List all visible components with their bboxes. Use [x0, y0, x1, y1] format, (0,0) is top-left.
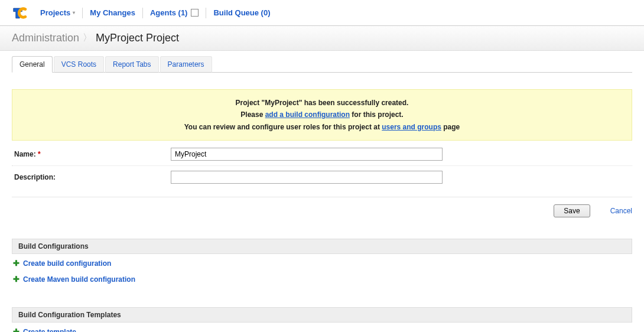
main-content: General VCS Roots Report Tabs Parameters…	[0, 51, 644, 332]
required-marker: *	[38, 150, 41, 158]
notice-line3: You can review and configure user roles …	[19, 121, 625, 133]
name-label: Name: *	[14, 150, 171, 158]
nav-agents[interactable]: Agents (1)	[150, 6, 199, 19]
nav-separator	[142, 8, 143, 18]
create-build-config-link[interactable]: Create build configuration	[23, 259, 111, 268]
save-button[interactable]: Save	[554, 204, 590, 217]
tab-parameters[interactable]: Parameters	[160, 56, 212, 73]
notice-line1: Project "MyProject" has been successfull…	[19, 97, 625, 109]
create-build-config-row: ✚ Create build configuration	[12, 256, 632, 270]
plus-icon: ✚	[13, 259, 19, 268]
agents-checkbox-icon[interactable]	[191, 9, 199, 17]
create-maven-build-config-link[interactable]: Create Maven build configuration	[23, 275, 135, 284]
notice-line2: Please add a build configuration for thi…	[19, 109, 625, 121]
description-input[interactable]	[171, 171, 443, 184]
nav-separator	[82, 8, 83, 18]
nav-projects[interactable]: Projects ▾	[40, 6, 75, 19]
success-notice: Project "MyProject" has been successfull…	[12, 89, 632, 141]
tab-general[interactable]: General	[12, 56, 53, 73]
section-build-configurations: Build Configurations	[12, 239, 632, 254]
breadcrumb: Administration 〉 MyProject Project	[0, 26, 644, 51]
section-build-templates: Build Configuration Templates	[12, 307, 632, 323]
teamcity-logo	[11, 5, 30, 21]
name-label-text: Name:	[14, 150, 36, 158]
cancel-link[interactable]: Cancel	[610, 207, 632, 215]
notice-line3-suffix: page	[441, 123, 460, 131]
top-nav: Projects ▾ My Changes Agents (1) Build Q…	[0, 0, 644, 26]
nav-separator	[206, 8, 206, 18]
breadcrumb-root[interactable]: Administration	[12, 32, 79, 44]
users-groups-link[interactable]: users and groups	[382, 123, 441, 131]
create-template-row: ✚ Create template	[12, 325, 632, 332]
form-row-name: Name: *	[12, 143, 632, 166]
tabs: General VCS Roots Report Tabs Parameters	[12, 56, 632, 73]
notice-line2-prefix: Please	[240, 110, 265, 119]
create-maven-build-config-row: ✚ Create Maven build configuration	[12, 272, 632, 286]
form-row-description: Description:	[12, 166, 632, 188]
notice-line3-prefix: You can review and configure user roles …	[184, 123, 382, 131]
nav-build-queue[interactable]: Build Queue (0)	[213, 6, 270, 19]
nav-my-changes[interactable]: My Changes	[90, 6, 135, 19]
breadcrumb-current: MyProject Project	[96, 32, 179, 44]
create-template-link[interactable]: Create template	[23, 328, 76, 332]
tab-report-tabs[interactable]: Report Tabs	[105, 56, 158, 73]
form-actions: Save Cancel	[12, 197, 632, 232]
add-build-config-link[interactable]: add a build configuration	[265, 110, 350, 119]
nav-agents-label: Agents (1)	[150, 8, 188, 17]
dropdown-icon: ▾	[73, 10, 75, 15]
chevron-right-icon: 〉	[83, 32, 92, 44]
notice-line2-suffix: for this project.	[350, 110, 404, 119]
name-input[interactable]	[171, 148, 443, 161]
nav-projects-label: Projects	[40, 8, 70, 17]
description-label: Description:	[14, 173, 171, 181]
tab-vcs-roots[interactable]: VCS Roots	[54, 56, 104, 73]
plus-icon: ✚	[13, 275, 19, 284]
plus-icon: ✚	[13, 327, 19, 332]
